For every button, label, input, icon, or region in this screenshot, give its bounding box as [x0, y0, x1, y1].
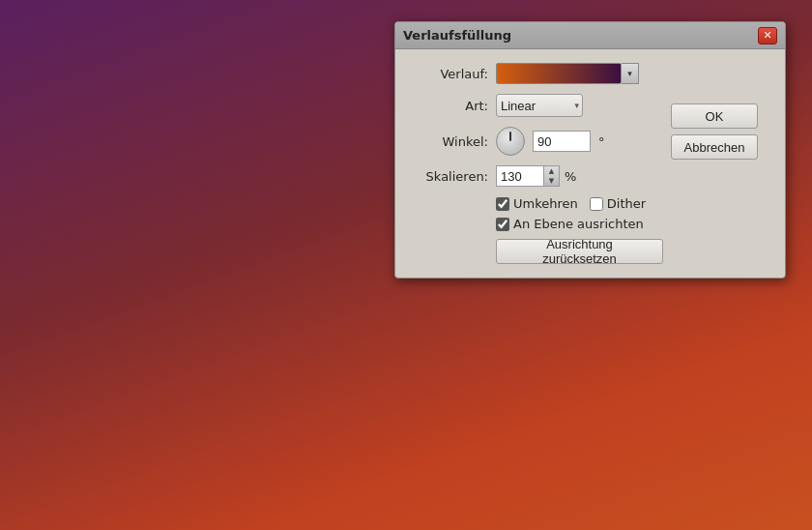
- reset-button[interactable]: Ausrichtung zurücksetzen: [496, 239, 663, 264]
- reset-btn-wrap: Ausrichtung zurücksetzen: [496, 237, 663, 264]
- skalieren-label: Skalieren:: [411, 169, 488, 184]
- dither-label: Dither: [607, 196, 646, 211]
- art-select-wrap: Linear Radial Konisch Quadratisch ▾: [496, 94, 583, 117]
- winkel-row: Winkel: °: [411, 127, 663, 156]
- gradient-bar-wrap: ▾: [496, 63, 639, 84]
- art-label: Art:: [411, 99, 488, 113]
- verlauf-label: Verlauf:: [411, 67, 488, 81]
- gradient-preview[interactable]: [496, 63, 622, 84]
- scale-input-wrap: ▲ ▼ %: [496, 165, 576, 187]
- gradient-dropdown-button[interactable]: ▾: [622, 63, 639, 84]
- winkel-label: Winkel:: [411, 134, 488, 149]
- dialog-content: Verlauf: ▾ Art: Linear Radial Konisch: [395, 49, 785, 278]
- an-ebene-checkbox-item[interactable]: An Ebene ausrichten: [496, 217, 644, 231]
- angle-input[interactable]: [533, 131, 591, 152]
- dither-checkbox[interactable]: [590, 197, 603, 211]
- gradient-fill-dialog: Verlaufsfüllung ✕ Verlauf: ▾ Art:: [394, 21, 786, 279]
- umkehren-checkbox-item[interactable]: Umkehren: [496, 196, 578, 211]
- scale-input[interactable]: [496, 165, 544, 187]
- button-col: OK Abbrechen: [671, 103, 758, 160]
- dialog-title: Verlaufsfüllung: [403, 28, 511, 43]
- percent-label: %: [565, 169, 576, 184]
- degree-symbol: °: [598, 134, 605, 149]
- angle-knob[interactable]: [496, 127, 525, 156]
- knob-wrap: °: [496, 127, 605, 156]
- dither-checkbox-item[interactable]: Dither: [590, 196, 646, 211]
- skalieren-row: Skalieren: ▲ ▼ %: [411, 165, 663, 187]
- scale-spin-down-icon[interactable]: ▼: [544, 176, 559, 186]
- umkehren-checkbox[interactable]: [496, 197, 509, 211]
- dialog-inner: Verlauf: ▾ Art: Linear Radial Konisch: [411, 63, 769, 264]
- umkehren-dither-row: Umkehren Dither: [496, 196, 663, 211]
- close-button[interactable]: ✕: [758, 27, 777, 44]
- left-col: Verlauf: ▾ Art: Linear Radial Konisch: [411, 63, 769, 264]
- an-ebene-checkbox[interactable]: [496, 218, 509, 231]
- art-row: Art: Linear Radial Konisch Quadratisch ▾: [411, 94, 663, 117]
- an-ebene-label: An Ebene ausrichten: [513, 217, 644, 231]
- verlauf-row: Verlauf: ▾: [411, 63, 663, 84]
- scale-spin-up-icon[interactable]: ▲: [544, 166, 559, 176]
- an-ebene-row: An Ebene ausrichten: [496, 217, 663, 231]
- umkehren-label: Umkehren: [513, 196, 578, 211]
- art-select[interactable]: Linear Radial Konisch Quadratisch: [496, 94, 583, 117]
- title-bar: Verlaufsfüllung ✕: [395, 22, 785, 49]
- abbrechen-button[interactable]: Abbrechen: [671, 134, 758, 160]
- scale-spin-button[interactable]: ▲ ▼: [544, 165, 560, 187]
- ok-button[interactable]: OK: [671, 103, 758, 129]
